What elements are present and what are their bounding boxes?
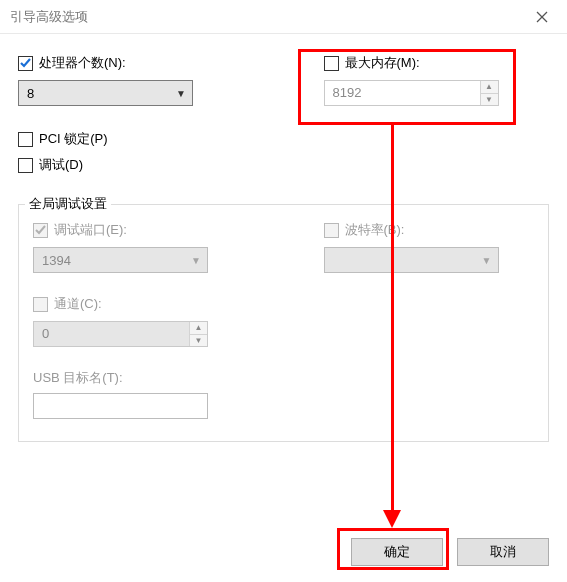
checkbox-max-memory[interactable] [324,56,339,71]
checkbox-processor-count[interactable] [18,56,33,71]
chevron-down-icon: ▼ [176,88,186,99]
group-legend: 全局调试设置 [25,195,111,213]
channel-spinner: 0 ▲ ▼ [33,321,208,347]
usb-target-input [33,393,208,419]
chevron-down-icon: ▼ [191,255,201,266]
max-memory-spinner[interactable]: 8192 ▲ ▼ [324,80,499,106]
label-debug: 调试(D) [39,156,83,174]
label-processor-count: 处理器个数(N): [39,54,126,72]
checkbox-pci-lock[interactable] [18,132,33,147]
max-memory-value: 8192 [325,81,480,105]
chevron-down-icon: ▼ [482,255,492,266]
checkbox-channel [33,297,48,312]
label-channel: 通道(C): [54,295,102,313]
window-title: 引导高级选项 [10,8,88,26]
baud-rate-select: ▼ [324,247,499,273]
channel-value: 0 [34,322,189,346]
label-pci-lock: PCI 锁定(P) [39,130,108,148]
cancel-button-label: 取消 [490,543,516,561]
ok-button[interactable]: 确定 [351,538,443,566]
label-baud-rate: 波特率(B): [345,221,405,239]
checkbox-debug[interactable] [18,158,33,173]
checkbox-baud-rate [324,223,339,238]
cancel-button[interactable]: 取消 [457,538,549,566]
label-usb-target: USB 目标名(T): [33,369,534,387]
spinner-up-icon: ▲ [190,322,207,335]
ok-button-label: 确定 [384,543,410,561]
processor-count-select[interactable]: 8 ▼ [18,80,193,106]
processor-count-value: 8 [27,86,34,101]
global-debug-group: 全局调试设置 调试端口(E): 1394 ▼ 波特率(B): [18,204,549,442]
close-icon[interactable] [527,2,557,32]
label-max-memory: 最大内存(M): [345,54,420,72]
label-debug-port: 调试端口(E): [54,221,127,239]
debug-port-value: 1394 [42,253,71,268]
debug-port-select: 1394 ▼ [33,247,208,273]
spinner-down-icon: ▼ [190,335,207,347]
spinner-up-icon[interactable]: ▲ [481,81,498,94]
spinner-down-icon[interactable]: ▼ [481,94,498,106]
checkbox-debug-port [33,223,48,238]
